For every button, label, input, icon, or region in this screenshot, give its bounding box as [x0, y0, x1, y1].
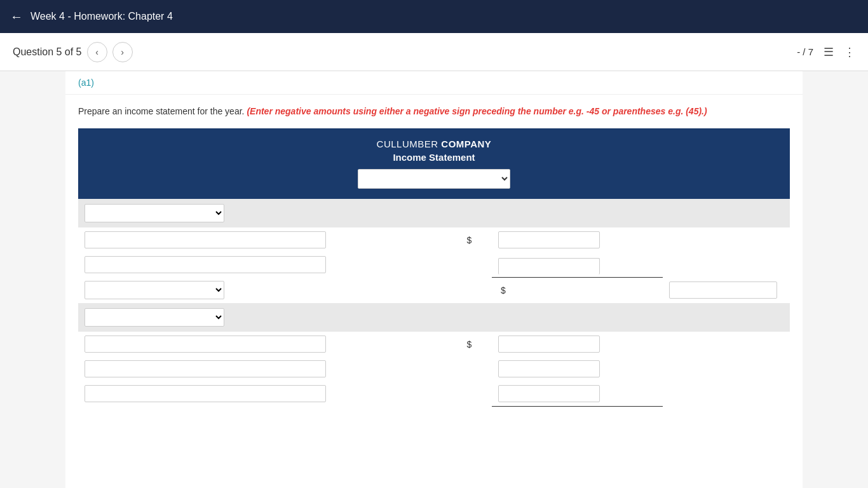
instruction-text: Prepare an income statement for the year…: [78, 106, 244, 116]
row1-dollar-sign: $: [465, 235, 475, 245]
row4-label-input[interactable]: [85, 336, 326, 353]
row1-dollar-cell: $: [458, 227, 492, 252]
row6: [78, 381, 790, 407]
row6-dollar-cell: [458, 381, 492, 407]
row3-dollar-sign: $: [498, 285, 508, 295]
question-header: Question 5 of 5 ‹ › - / 7 ☰ ⋮: [0, 33, 868, 71]
row2-amount-cell: [492, 252, 663, 277]
question-label: Question 5 of 5: [13, 46, 82, 58]
row4-amount-input[interactable]: [498, 336, 600, 353]
row5-label-input[interactable]: [85, 360, 326, 377]
more-options-icon[interactable]: ⋮: [844, 45, 855, 59]
row5-amount-input[interactable]: [498, 360, 600, 377]
row4: $: [78, 332, 790, 356]
statement-container: CULLUMBER COMPANY Income Statement For t…: [65, 128, 803, 419]
section2-header-row: Revenues Expenses Net Income: [78, 303, 790, 332]
row5-label-cell: [78, 356, 458, 381]
row4-dollar-cell: $: [458, 332, 492, 356]
row1: $: [78, 227, 790, 252]
row4-amount-cell: [492, 332, 663, 356]
row4-dollar-sign: $: [465, 339, 475, 349]
period-select-wrap: For the Year Ended December 31, 2022 For…: [88, 169, 780, 189]
question-nav: Question 5 of 5 ‹ ›: [13, 42, 133, 62]
prev-question-button[interactable]: ‹: [87, 42, 107, 62]
instructions: Prepare an income statement for the year…: [65, 95, 803, 128]
row4-spacer: [663, 332, 790, 356]
row1-label-cell: [78, 227, 458, 252]
top-navbar: ← Week 4 - Homework: Chapter 4: [0, 0, 868, 33]
content-inner: (a1) Prepare an income statement for the…: [65, 71, 803, 488]
row5: [78, 356, 790, 381]
row3-section-dropdown[interactable]: Revenues Expenses Net Income: [85, 281, 224, 299]
section1-dropdown[interactable]: Revenues Expenses Net Income: [85, 204, 224, 222]
row3-spacer1: [458, 277, 492, 303]
row3: Revenues Expenses Net Income $: [78, 277, 790, 303]
income-statement-table: Revenues Expenses Net Income $: [78, 199, 790, 407]
main-content: (a1) Prepare an income statement for the…: [0, 71, 868, 488]
row2-spacer: [663, 252, 790, 277]
row4-label-cell: [78, 332, 458, 356]
section2-dropdown[interactable]: Revenues Expenses Net Income: [85, 308, 224, 327]
row2-label-cell: [78, 252, 458, 277]
row6-label-input[interactable]: [85, 385, 326, 402]
warning-text: (Enter negative amounts using either a n…: [247, 106, 707, 116]
list-icon[interactable]: ☰: [824, 45, 834, 59]
row5-dollar-cell: [458, 356, 492, 381]
company-name-bold: COMPANY: [441, 139, 491, 149]
row1-amount-cell: [492, 227, 663, 252]
row6-label-cell: [78, 381, 458, 407]
row3-dollar-cell: $: [492, 277, 663, 303]
next-question-button[interactable]: ›: [112, 42, 133, 62]
section1-header-row: Revenues Expenses Net Income: [78, 199, 790, 227]
part-label: (a1): [65, 71, 803, 95]
row1-spacer: [663, 227, 790, 252]
company-name: CULLUMBER COMPANY: [88, 139, 780, 149]
period-dropdown[interactable]: For the Year Ended December 31, 2022 For…: [358, 169, 510, 189]
row2-dollar-cell: [458, 252, 492, 277]
statement-title: Income Statement: [88, 152, 780, 163]
row2-amount-input[interactable]: [498, 258, 600, 274]
section2-header-cell: Revenues Expenses Net Income: [78, 303, 790, 332]
question-right-controls: - / 7 ☰ ⋮: [797, 45, 855, 59]
row6-amount-cell: [492, 381, 663, 407]
row3-amount-cell: [663, 277, 790, 303]
row1-label-input[interactable]: [85, 231, 326, 248]
row1-amount-input[interactable]: [498, 231, 600, 248]
row2: [78, 252, 790, 277]
row3-amount-input[interactable]: [669, 281, 777, 299]
statement-header: CULLUMBER COMPANY Income Statement For t…: [78, 128, 790, 199]
row2-label-input[interactable]: [85, 256, 326, 273]
score-display: - / 7: [797, 46, 813, 57]
row6-amount-input[interactable]: [498, 385, 600, 402]
row6-spacer: [663, 381, 790, 407]
row3-label-cell: Revenues Expenses Net Income: [78, 277, 458, 303]
row5-spacer: [663, 356, 790, 381]
row5-amount-cell: [492, 356, 663, 381]
section1-header-cell: Revenues Expenses Net Income: [78, 199, 790, 227]
page-title: Week 4 - Homework: Chapter 4: [31, 11, 173, 22]
back-button[interactable]: ←: [10, 10, 23, 24]
company-name-plain: CULLUMBER: [377, 139, 438, 149]
